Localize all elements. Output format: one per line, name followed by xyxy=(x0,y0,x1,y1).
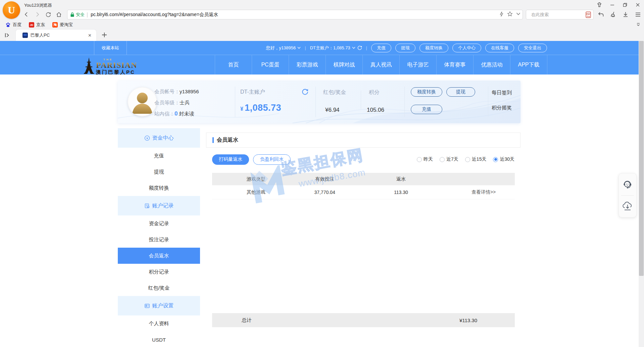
restore-button[interactable] xyxy=(621,1,629,8)
topbar-deposit-button[interactable]: 充值 xyxy=(371,44,391,52)
pdf-tool-icon[interactable]: PDF xyxy=(584,11,592,19)
user-greeting[interactable]: 您好，y138956 xyxy=(266,45,301,51)
security-label: 安全 xyxy=(76,12,85,18)
back-icon[interactable] xyxy=(22,10,31,19)
minimize-button[interactable] xyxy=(608,1,616,8)
wallet-balance: ¥1,085.73 xyxy=(240,103,281,113)
cell-game-type: 其他游戏 xyxy=(212,189,300,195)
member-account: y138956 xyxy=(180,89,199,94)
nav-item-pcdandan[interactable]: PC蛋蛋 xyxy=(252,55,289,75)
range-30days[interactable]: 近30天 xyxy=(493,156,514,162)
nav-item-live[interactable]: 真人视讯 xyxy=(362,55,399,75)
customer-service-button[interactable] xyxy=(619,174,636,195)
table-row: 其他游戏 37,770.04 113.30 查看详情>> xyxy=(212,185,515,199)
daily-signin-link[interactable]: 每日签到 xyxy=(492,90,512,96)
url-dropdown-icon[interactable] xyxy=(516,12,521,15)
new-tab-button[interactable] xyxy=(101,31,108,39)
avatar[interactable] xyxy=(128,87,157,116)
range-7days[interactable]: 近7天 xyxy=(440,156,458,162)
topbar-service-button[interactable]: 在线客服 xyxy=(485,44,514,52)
home-icon[interactable] xyxy=(54,10,63,19)
nav-item-chess[interactable]: 棋牌对战 xyxy=(326,55,362,75)
address-bar: 安全 | pc.blryl6.com/#/personal/accountLog… xyxy=(0,9,644,20)
download-tool-icon[interactable] xyxy=(622,11,630,19)
app-window: U You123浏览器 xyxy=(0,0,644,347)
browser-tab[interactable]: 巴黎人PC ✕ xyxy=(16,30,96,41)
topbar-profile-button[interactable]: 个人中心 xyxy=(452,44,481,52)
sidebar-item-member-rebate[interactable]: 会员返水 xyxy=(118,248,200,264)
site-navbar: THE PARISIAN 澳门巴黎人PC 首页 PC蛋蛋 彩票游戏 棋牌对战 真… xyxy=(0,55,644,75)
sidebar-item-deposit[interactable]: 充值 xyxy=(118,148,200,164)
forward-icon[interactable] xyxy=(33,10,42,19)
tab-loss-rebate[interactable]: 负盈利回水 xyxy=(253,154,291,165)
favorite-site-link[interactable]: 收藏本站 xyxy=(94,41,127,55)
refresh-wallet-icon[interactable] xyxy=(301,88,308,95)
toolbar-collapse-icon[interactable] xyxy=(636,22,641,27)
nav-item-promos[interactable]: 优惠活动 xyxy=(473,55,510,75)
menu-tool-icon[interactable] xyxy=(634,11,642,19)
refresh-balance-icon[interactable] xyxy=(357,45,362,50)
site-topbar: 收藏本站 您好，y138956 | DT主账户：1,085.73 | 充值 提现… xyxy=(0,41,644,55)
cell-valid-bet: 37,770.04 xyxy=(300,190,350,195)
range-yesterday[interactable]: 昨天 xyxy=(417,156,433,162)
sidebar-item-usdt[interactable]: USDT xyxy=(118,332,200,347)
site-logo[interactable]: THE PARISIAN 澳门巴黎人PC xyxy=(83,56,137,75)
tab-sidebar-toggle-icon[interactable] xyxy=(4,32,10,38)
sidebar-item-bonus[interactable]: 红包/奖金 xyxy=(118,280,200,296)
points-lottery-link[interactable]: 积分摇奖 xyxy=(492,105,512,111)
sidebar-item-personal-info[interactable]: 个人资料 xyxy=(118,315,200,332)
topbar-transfer-button[interactable]: 额度转换 xyxy=(419,44,448,52)
nav-item-home[interactable]: 首页 xyxy=(215,55,252,75)
points-value: 105.06 xyxy=(367,107,384,113)
refresh-icon[interactable] xyxy=(44,10,52,19)
tab-volume-rebate[interactable]: 打码量返水 xyxy=(212,154,249,165)
table-total-row: 总计 ¥113.30 xyxy=(212,313,515,327)
sidebar-item-points-records[interactable]: 积分记录 xyxy=(118,264,200,280)
tab-bar: 巴黎人PC ✕ xyxy=(0,30,644,41)
bookmark-taobao[interactable]: 淘 爱淘宝 xyxy=(52,22,73,28)
nav-item-app[interactable]: APP下载 xyxy=(510,55,547,75)
nav-item-lottery[interactable]: 彩票游戏 xyxy=(289,55,326,75)
card-deposit-button[interactable]: 充值 xyxy=(411,105,442,114)
cleaner-tool-icon[interactable] xyxy=(609,11,617,19)
search-input[interactable] xyxy=(531,12,590,17)
sidebar-item-transfer[interactable]: 额度转换 xyxy=(118,180,200,196)
scrollbar-thumb[interactable] xyxy=(639,41,644,276)
card-transfer-button[interactable]: 额度转换 xyxy=(411,87,442,97)
card-withdraw-button[interactable]: 提现 xyxy=(446,87,475,97)
profile-card: 会员帐号：y138956 会员等级：士兵 站内信：0封未读 DT-主账户 ¥1,… xyxy=(118,81,521,123)
account-settings-icon xyxy=(144,303,150,309)
date-range-group: 昨天 近7天 近15天 近30天 xyxy=(417,156,514,162)
main-account-summary[interactable]: DT主账户：1,085.73 xyxy=(310,45,362,51)
topbar-withdraw-button[interactable]: 提现 xyxy=(395,44,415,52)
close-button[interactable] xyxy=(634,1,641,8)
theme-shirt-icon[interactable] xyxy=(596,1,603,8)
sidebar-section-funds: ¥ 资金中心 xyxy=(118,128,200,148)
tab-close-icon[interactable]: ✕ xyxy=(87,32,93,39)
view-details-link[interactable]: 查看详情>> xyxy=(452,189,515,195)
topbar-logout-button[interactable]: 安全退出 xyxy=(518,44,547,52)
bonus-value: ¥6.94 xyxy=(325,107,340,113)
url-field[interactable]: 安全 | pc.blryl6.com/#/personal/accountLog… xyxy=(67,10,523,19)
chevron-down-icon xyxy=(352,47,355,49)
sidebar-item-bet-records[interactable]: 投注记录 xyxy=(118,232,200,248)
logo-name: PARISIAN xyxy=(96,61,137,69)
bookmark-baidu[interactable]: 百度 xyxy=(5,22,21,28)
url-text: pc.blryl6.com/#/personal/accountLog?tag=… xyxy=(91,12,218,18)
nav-item-slots[interactable]: 电子游艺 xyxy=(399,55,436,75)
sidebar-item-fund-records[interactable]: 资金记录 xyxy=(118,215,200,232)
sidebar-item-withdraw[interactable]: 提现 xyxy=(118,164,200,180)
nav-item-sports[interactable]: 体育赛事 xyxy=(436,55,473,75)
tab-title: 巴黎人PC xyxy=(31,32,87,38)
bookmark-jd[interactable]: JD 京东 xyxy=(29,22,45,28)
page-scrollbar[interactable] xyxy=(639,41,644,347)
fund-center-icon: ¥ xyxy=(144,135,150,141)
account-record-icon: ¥ xyxy=(144,203,150,209)
range-15days[interactable]: 近15天 xyxy=(465,156,487,162)
quick-search[interactable] xyxy=(526,10,594,19)
app-download-button[interactable] xyxy=(619,196,636,217)
undo-tool-icon[interactable] xyxy=(597,11,605,19)
unread-mail-count[interactable]: 0 xyxy=(175,110,178,117)
bookmark-star-icon[interactable] xyxy=(507,11,513,17)
flash-icon[interactable] xyxy=(499,11,504,17)
